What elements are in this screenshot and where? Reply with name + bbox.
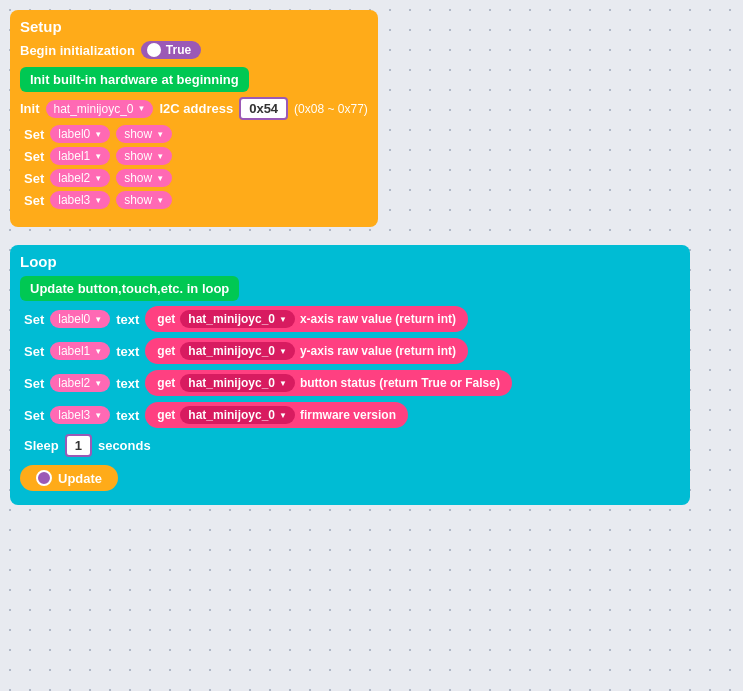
label3-dropdown[interactable]: label3 ▼	[50, 191, 110, 209]
loop-get-block-1: get hat_minijoyc_0 ▼ y-axis raw value (r…	[145, 338, 468, 364]
init-label: Init	[20, 101, 40, 116]
update-label: Update	[58, 471, 102, 486]
label2-dropdown[interactable]: label2 ▼	[50, 169, 110, 187]
device-dropdown[interactable]: hat_minijoyc_0 ▼	[46, 100, 154, 118]
get-result-1: y-axis raw value (return int)	[300, 344, 456, 358]
chevron-down-icon: ▼	[94, 130, 102, 139]
loop-device3-value: hat_minijoyc_0	[188, 408, 275, 422]
get-result-0: x-axis raw value (return int)	[300, 312, 456, 326]
sleep-value[interactable]: 1	[65, 434, 92, 457]
loop-set-label-0: Set	[24, 312, 44, 327]
chevron-down-icon: ▼	[94, 196, 102, 205]
chevron-down-icon: ▼	[156, 174, 164, 183]
loop-device0-value: hat_minijoyc_0	[188, 312, 275, 326]
loop-set-row-0: Set label0 ▼ text get hat_minijoyc_0 ▼ x…	[20, 306, 680, 332]
toggle-label: True	[166, 43, 191, 57]
set-label-3: Set	[24, 193, 44, 208]
loop-label0-dropdown[interactable]: label0 ▼	[50, 310, 110, 328]
chevron-down-icon: ▼	[94, 379, 102, 388]
label1-value: label1	[58, 149, 90, 163]
show3-dropdown[interactable]: show ▼	[116, 191, 172, 209]
show3-value: show	[124, 193, 152, 207]
label0-value: label0	[58, 127, 90, 141]
chevron-down-icon: ▼	[94, 315, 102, 324]
loop-label2-value: label2	[58, 376, 90, 390]
chevron-down-icon: ▼	[94, 347, 102, 356]
loop-text-label-2: text	[116, 376, 139, 391]
set-row-1: Set label1 ▼ show ▼	[20, 147, 368, 165]
loop-get-block-2: get hat_minijoyc_0 ▼ button status (retu…	[145, 370, 512, 396]
get-label-2: get	[157, 376, 175, 390]
begin-init-label: Begin initialization	[20, 43, 135, 58]
loop-label1-dropdown[interactable]: label1 ▼	[50, 342, 110, 360]
loop-label2-dropdown[interactable]: label2 ▼	[50, 374, 110, 392]
loop-set-row-1: Set label1 ▼ text get hat_minijoyc_0 ▼ y…	[20, 338, 680, 364]
set-label-2: Set	[24, 171, 44, 186]
device-dropdown-label: hat_minijoyc_0	[54, 102, 134, 116]
sleep-label: Sleep	[24, 438, 59, 453]
loop-label1-value: label1	[58, 344, 90, 358]
get-label-0: get	[157, 312, 175, 326]
chevron-down-icon: ▼	[279, 379, 287, 388]
loop-device3-dropdown[interactable]: hat_minijoyc_0 ▼	[180, 406, 295, 424]
i2c-value[interactable]: 0x54	[239, 97, 288, 120]
loop-device0-dropdown[interactable]: hat_minijoyc_0 ▼	[180, 310, 295, 328]
chevron-down-icon: ▼	[94, 411, 102, 420]
init-row: Init hat_minijoyc_0 ▼ I2C address 0x54 (…	[20, 97, 368, 120]
show1-value: show	[124, 149, 152, 163]
loop-get-block-3: get hat_minijoyc_0 ▼ firmware version	[145, 402, 408, 428]
seconds-label: seconds	[98, 438, 151, 453]
get-result-2: button status (return True or False)	[300, 376, 500, 390]
loop-title: Loop	[20, 253, 680, 270]
loop-set-label-2: Set	[24, 376, 44, 391]
begin-init-toggle[interactable]: True	[141, 41, 201, 59]
i2c-label: I2C address	[159, 101, 233, 116]
chevron-down-icon: ▼	[156, 196, 164, 205]
chevron-down-icon: ▼	[94, 152, 102, 161]
set-label-0: Set	[24, 127, 44, 142]
loop-label3-dropdown[interactable]: label3 ▼	[50, 406, 110, 424]
loop-device2-value: hat_minijoyc_0	[188, 376, 275, 390]
loop-get-block-0: get hat_minijoyc_0 ▼ x-axis raw value (r…	[145, 306, 468, 332]
label0-dropdown[interactable]: label0 ▼	[50, 125, 110, 143]
loop-device1-value: hat_minijoyc_0	[188, 344, 275, 358]
loop-text-label-3: text	[116, 408, 139, 423]
set-row-0: Set label0 ▼ show ▼	[20, 125, 368, 143]
loop-set-row-3: Set label3 ▼ text get hat_minijoyc_0 ▼ f…	[20, 402, 680, 428]
chevron-down-icon: ▼	[156, 152, 164, 161]
init-hardware-block: Init built-in hardware at beginning	[20, 67, 249, 92]
loop-set-row-2: Set label2 ▼ text get hat_minijoyc_0 ▼ b…	[20, 370, 680, 396]
show2-dropdown[interactable]: show ▼	[116, 169, 172, 187]
update-button[interactable]: Update	[20, 465, 118, 491]
label3-value: label3	[58, 193, 90, 207]
loop-label3-value: label3	[58, 408, 90, 422]
loop-green-block: Update button,touch,etc. in loop	[20, 276, 239, 301]
loop-device1-dropdown[interactable]: hat_minijoyc_0 ▼	[180, 342, 295, 360]
show1-dropdown[interactable]: show ▼	[116, 147, 172, 165]
loop-label0-value: label0	[58, 312, 90, 326]
loop-set-label-1: Set	[24, 344, 44, 359]
chevron-down-icon: ▼	[279, 315, 287, 324]
chevron-down-icon: ▼	[156, 130, 164, 139]
show0-value: show	[124, 127, 152, 141]
loop-block: Loop Update button,touch,etc. in loop Se…	[10, 245, 690, 505]
begin-init-row: Begin initialization True	[20, 41, 368, 59]
loop-text-label-1: text	[116, 344, 139, 359]
label2-value: label2	[58, 171, 90, 185]
loop-device2-dropdown[interactable]: hat_minijoyc_0 ▼	[180, 374, 295, 392]
get-label-3: get	[157, 408, 175, 422]
set-label-1: Set	[24, 149, 44, 164]
sleep-row: Sleep 1 seconds	[20, 434, 680, 457]
chevron-down-icon: ▼	[94, 174, 102, 183]
chevron-down-icon: ▼	[138, 104, 146, 113]
i2c-range: (0x08 ~ 0x77)	[294, 102, 368, 116]
toggle-circle	[147, 43, 161, 57]
chevron-down-icon: ▼	[279, 411, 287, 420]
update-circle-icon	[36, 470, 52, 486]
set-row-3: Set label3 ▼ show ▼	[20, 191, 368, 209]
set-row-2: Set label2 ▼ show ▼	[20, 169, 368, 187]
label1-dropdown[interactable]: label1 ▼	[50, 147, 110, 165]
show0-dropdown[interactable]: show ▼	[116, 125, 172, 143]
loop-set-label-3: Set	[24, 408, 44, 423]
setup-title: Setup	[20, 18, 368, 35]
